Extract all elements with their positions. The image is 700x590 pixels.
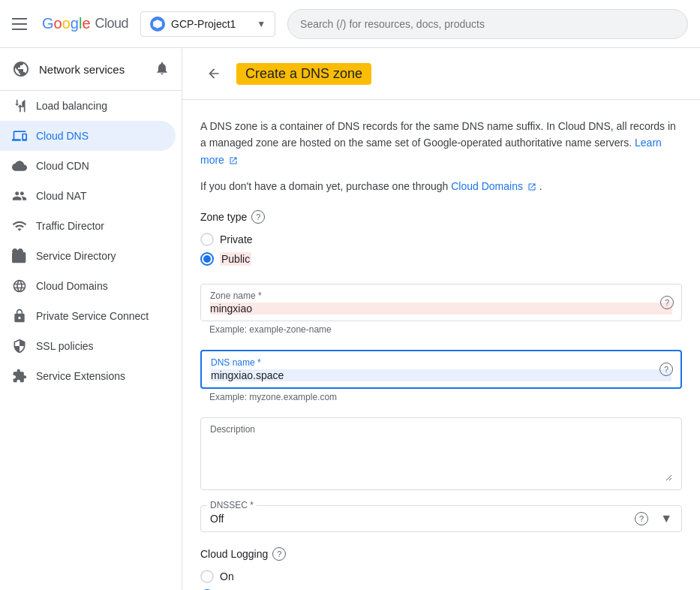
sidebar-item-label: Cloud Domains bbox=[36, 280, 108, 292]
radio-logging-on-label: On bbox=[220, 570, 234, 582]
sidebar-item-traffic-director[interactable]: Traffic Director bbox=[0, 211, 176, 241]
sidebar-item-cloud-cdn[interactable]: Cloud CDN bbox=[0, 151, 176, 181]
cloud-cdn-icon bbox=[12, 158, 27, 173]
back-button[interactable] bbox=[200, 60, 227, 87]
cloud-domains-icon bbox=[12, 278, 27, 293]
zone-type-help-icon[interactable]: ? bbox=[251, 210, 265, 224]
sidebar-item-service-directory[interactable]: Service Directory bbox=[0, 241, 176, 271]
cloud-text: Cloud bbox=[95, 16, 129, 32]
dnssec-dropdown-arrow[interactable]: ▼ bbox=[660, 512, 672, 525]
private-service-connect-icon bbox=[12, 309, 27, 324]
radio-logging-on-circle bbox=[200, 570, 214, 583]
sidebar: Network services Load balancing Cloud DN… bbox=[0, 48, 182, 590]
service-extensions-icon bbox=[12, 369, 27, 384]
radio-public-label: Public bbox=[220, 253, 251, 265]
search-input[interactable] bbox=[287, 9, 688, 39]
description-text: A DNS zone is a container of DNS records… bbox=[200, 118, 682, 168]
cloud-domains-link[interactable]: Cloud Domains bbox=[451, 180, 539, 192]
cloud-logging-radio-group: On Off bbox=[200, 570, 682, 590]
sidebar-item-label: Cloud NAT bbox=[36, 190, 86, 202]
zone-name-field: Zone name * ? Example: example-zone-name bbox=[200, 284, 682, 335]
description-textarea[interactable] bbox=[210, 436, 672, 481]
dnssec-value: Off bbox=[210, 513, 660, 525]
project-dropdown-arrow: ▼ bbox=[257, 19, 266, 29]
traffic-director-icon bbox=[12, 218, 27, 233]
radio-private-label: Private bbox=[220, 233, 253, 245]
dnssec-field: DNSSEC * Off ? ▼ bbox=[200, 505, 682, 532]
sidebar-item-private-service-connect[interactable]: Private Service Connect bbox=[0, 301, 176, 331]
zone-name-wrapper: Zone name * ? bbox=[200, 284, 682, 321]
zone-type-radio-group: Private Public bbox=[200, 233, 682, 266]
sidebar-item-cloud-dns[interactable]: Cloud DNS bbox=[0, 121, 176, 151]
form-area: A DNS zone is a container of DNS records… bbox=[182, 100, 700, 590]
dnssec-help-icon[interactable]: ? bbox=[635, 512, 648, 525]
cloud-dns-icon bbox=[12, 128, 27, 143]
description-wrapper: Description bbox=[200, 417, 682, 490]
dns-name-help-icon[interactable]: ? bbox=[659, 363, 673, 376]
sidebar-header: Network services bbox=[0, 48, 182, 91]
notifications-icon[interactable] bbox=[155, 61, 170, 78]
dns-name-input[interactable] bbox=[211, 369, 671, 381]
sidebar-item-label: Cloud DNS bbox=[36, 130, 89, 142]
sidebar-title: Network services bbox=[39, 63, 125, 76]
load-balancing-icon bbox=[12, 98, 27, 113]
zone-name-input[interactable] bbox=[210, 303, 672, 315]
sidebar-item-label: Service Extensions bbox=[36, 370, 125, 382]
domain-text: If you don't have a domain yet, purchase… bbox=[200, 180, 682, 192]
content-header: Create a DNS zone bbox=[182, 48, 700, 100]
radio-public-circle bbox=[200, 252, 214, 266]
dnssec-legend: DNSSEC * bbox=[207, 500, 257, 510]
sidebar-item-label: SSL policies bbox=[36, 340, 94, 352]
sidebar-item-label: Private Service Connect bbox=[36, 310, 149, 322]
google-logo: Google bbox=[42, 15, 91, 32]
main-layout: Network services Load balancing Cloud DN… bbox=[0, 48, 700, 590]
dnssec-wrapper: DNSSEC * Off ? ▼ bbox=[200, 505, 682, 532]
sidebar-item-ssl-policies[interactable]: SSL policies bbox=[0, 331, 176, 361]
dns-name-field: DNS name * ? Example: myzone.example.com bbox=[200, 350, 682, 402]
radio-logging-on[interactable]: On bbox=[200, 570, 682, 583]
dns-name-wrapper: DNS name * ? bbox=[200, 350, 682, 389]
topbar: Google Cloud GCP-Project1 ▼ bbox=[0, 0, 700, 48]
dns-name-hint: Example: myzone.example.com bbox=[200, 392, 682, 402]
zone-type-label: Zone type ? bbox=[200, 210, 682, 224]
cloud-logging-label: Cloud Logging ? bbox=[200, 547, 682, 561]
page-title: Create a DNS zone bbox=[236, 63, 371, 85]
zone-name-help-icon[interactable]: ? bbox=[660, 296, 674, 309]
project-icon bbox=[150, 17, 165, 32]
zone-name-legend: Zone name * bbox=[210, 290, 672, 301]
cloud-nat-icon bbox=[12, 188, 27, 203]
project-name: GCP-Project1 bbox=[171, 18, 236, 30]
content-area: Create a DNS zone A DNS zone is a contai… bbox=[182, 48, 700, 590]
sidebar-item-label: Traffic Director bbox=[36, 220, 104, 232]
ssl-policies-icon bbox=[12, 339, 27, 354]
network-services-icon bbox=[12, 60, 30, 78]
cloud-logging-help-icon[interactable]: ? bbox=[272, 547, 286, 561]
description-field: Description bbox=[200, 417, 682, 490]
sidebar-item-label: Service Directory bbox=[36, 250, 116, 262]
sidebar-item-load-balancing[interactable]: Load balancing bbox=[0, 91, 176, 121]
radio-public[interactable]: Public bbox=[200, 252, 682, 266]
zone-name-hint: Example: example-zone-name bbox=[200, 324, 682, 335]
radio-private-circle bbox=[200, 233, 214, 246]
radio-private[interactable]: Private bbox=[200, 233, 682, 246]
google-cloud-logo: Google Cloud bbox=[42, 15, 128, 32]
sidebar-item-service-extensions[interactable]: Service Extensions bbox=[0, 361, 176, 391]
sidebar-item-cloud-domains[interactable]: Cloud Domains bbox=[0, 271, 176, 301]
cloud-logging-section: Cloud Logging ? On Off bbox=[200, 547, 682, 590]
sidebar-item-cloud-nat[interactable]: Cloud NAT bbox=[0, 181, 176, 211]
project-selector[interactable]: GCP-Project1 ▼ bbox=[140, 11, 275, 37]
description-legend: Description bbox=[210, 424, 672, 435]
sidebar-item-label: Cloud CDN bbox=[36, 160, 89, 172]
menu-icon[interactable] bbox=[12, 15, 30, 33]
dns-name-legend: DNS name * bbox=[211, 357, 671, 368]
service-directory-icon bbox=[12, 248, 27, 263]
sidebar-item-label: Load balancing bbox=[36, 100, 107, 112]
